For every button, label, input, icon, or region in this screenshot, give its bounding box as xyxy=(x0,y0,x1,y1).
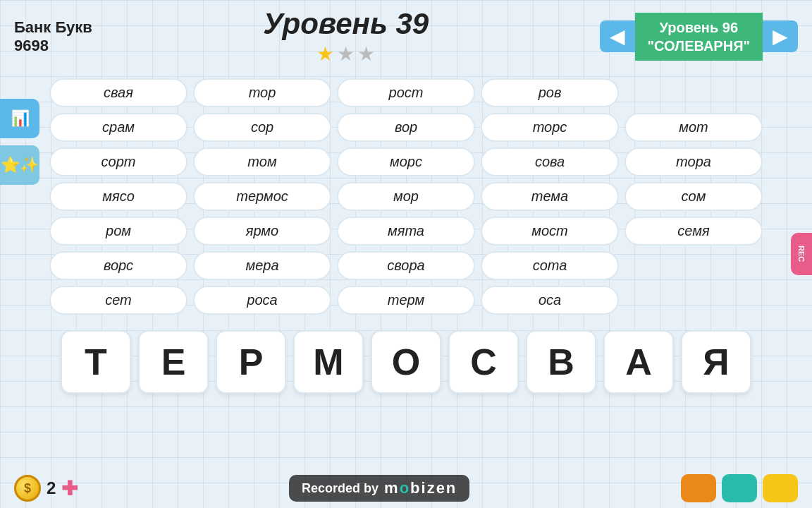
level-title: Уровень 39 xyxy=(263,7,429,41)
letter-tile-а[interactable]: А xyxy=(603,330,674,394)
letter-tile-я[interactable]: Я xyxy=(681,330,751,394)
word-pill[interactable]: рост xyxy=(337,78,475,107)
word-pill[interactable]: мост xyxy=(481,217,619,246)
bottom-btn-teal[interactable] xyxy=(722,474,757,502)
word-pill[interactable]: свора xyxy=(337,251,475,280)
level-center: Уровень 39 ★ ★ ★ xyxy=(263,7,429,66)
word-pill[interactable]: тор xyxy=(193,78,331,107)
bottom-right-buttons xyxy=(681,474,798,502)
word-pill[interactable]: ворс xyxy=(49,251,187,280)
word-pill[interactable]: ярмо xyxy=(193,217,331,246)
letter-tile-в[interactable]: В xyxy=(526,330,596,394)
word-pill[interactable]: тора xyxy=(625,147,763,176)
stars-display: ★ ★ ★ xyxy=(263,42,429,66)
word-pill[interactable]: срам xyxy=(49,113,187,142)
word-pill[interactable]: сова xyxy=(481,147,619,176)
letter-tile-м[interactable]: М xyxy=(293,330,364,394)
header: Банк Букв 9698 Уровень 39 ★ ★ ★ ◀ Уровен… xyxy=(0,0,812,73)
sidebar: 📊 ⭐✨ xyxy=(0,99,39,185)
word-pill[interactable]: ром xyxy=(49,217,187,246)
word-pill[interactable]: сорт xyxy=(49,147,187,176)
letter-tile-р[interactable]: Р xyxy=(216,330,286,394)
next-level-button[interactable]: ▶ xyxy=(763,20,798,52)
letter-row: ТЕРМОСВАЯ xyxy=(0,323,812,401)
star-1: ★ xyxy=(316,42,334,66)
letter-tile-т[interactable]: Т xyxy=(61,330,131,394)
word-pill[interactable]: том xyxy=(193,147,331,176)
word-pill[interactable]: семя xyxy=(625,217,763,246)
recorded-badge: Recorded by mobizen xyxy=(289,475,469,502)
word-pill[interactable]: вор xyxy=(337,113,475,142)
word-pill[interactable]: сом xyxy=(625,182,763,211)
bank-букв: Банк Букв 9698 xyxy=(14,18,92,55)
word-pill[interactable]: мор xyxy=(337,182,475,211)
prev-level-button[interactable]: ◀ xyxy=(600,20,635,52)
word-pill[interactable]: мята xyxy=(337,217,475,246)
coin-section: $ 2 ✚ xyxy=(14,475,78,502)
word-grid: сваяторростровсрамсорворторсмотсорттоммо… xyxy=(0,73,812,320)
word-pill[interactable]: сор xyxy=(193,113,331,142)
word-pill[interactable]: свая xyxy=(49,78,187,107)
bottom-bar: $ 2 ✚ Recorded by mobizen xyxy=(0,468,812,508)
word-pill[interactable]: морс xyxy=(337,147,475,176)
word-pill[interactable]: мера xyxy=(193,251,331,280)
chart-icon: 📊 xyxy=(11,109,30,128)
add-coins-button[interactable]: ✚ xyxy=(61,477,78,500)
coin-icon: $ xyxy=(14,475,41,502)
letter-tile-о[interactable]: О xyxy=(371,330,441,394)
word-pill[interactable]: роса xyxy=(193,286,331,315)
star-3: ★ xyxy=(357,42,375,66)
word-pill[interactable]: термос xyxy=(193,182,331,211)
stars-icon: ⭐✨ xyxy=(1,156,39,174)
word-pill[interactable]: терм xyxy=(337,286,475,315)
bottom-btn-orange[interactable] xyxy=(681,474,716,502)
mobizen-logo: mobizen xyxy=(384,479,457,497)
word-pill[interactable]: мот xyxy=(625,113,763,142)
bottom-btn-yellow[interactable] xyxy=(763,474,798,502)
word-pill[interactable]: мясо xyxy=(49,182,187,211)
letter-tile-е[interactable]: Е xyxy=(138,330,209,394)
coin-count: 2 xyxy=(47,478,56,498)
letter-tile-с[interactable]: С xyxy=(448,330,519,394)
word-pill[interactable]: сота xyxy=(481,251,619,280)
level-badge: Уровень 96 "СОЛЕВАРНЯ" xyxy=(635,13,763,61)
word-pill[interactable]: сет xyxy=(49,286,187,315)
chart-button[interactable]: 📊 xyxy=(0,99,39,138)
word-pill[interactable]: тема xyxy=(481,182,619,211)
right-decoration: REC xyxy=(791,233,812,275)
word-pill[interactable]: оса xyxy=(481,286,619,315)
level-nav: ◀ Уровень 96 "СОЛЕВАРНЯ" ▶ xyxy=(600,13,798,61)
star-2: ★ xyxy=(337,42,355,66)
word-pill[interactable]: ров xyxy=(481,78,619,107)
word-pill[interactable]: торс xyxy=(481,113,619,142)
stars-button[interactable]: ⭐✨ xyxy=(0,145,39,185)
